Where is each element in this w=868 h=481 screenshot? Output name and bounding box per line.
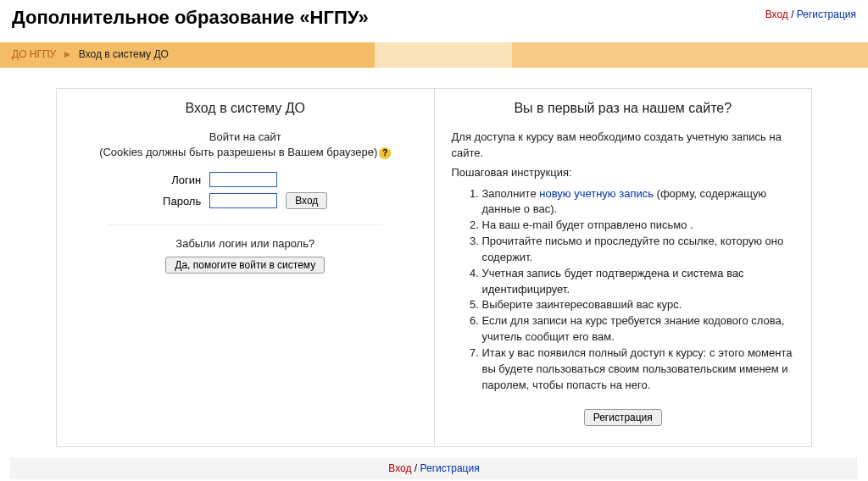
signup-intro-2: Пошаговая инструкция: [452, 165, 795, 181]
site-title: Дополнительное образование «НГПУ» [12, 7, 369, 29]
help-icon[interactable]: ? [379, 147, 391, 159]
list-item: Заполните новую учетную запись (форму, с… [482, 186, 795, 218]
login-panel: Вход в систему ДО Войти на сайт (Cookies… [57, 89, 435, 446]
login-heading: Вход в систему ДО [74, 101, 417, 116]
breadcrumb-current: Вход в систему ДО [79, 48, 169, 60]
login-input[interactable] [209, 172, 277, 187]
list-item: На ваш e-mail будет отправлено письмо . [482, 218, 795, 234]
list-item: Прочитайте письмо и проследуйте по ссылк… [482, 234, 795, 266]
footer-register-link[interactable]: Регистрация [420, 462, 480, 474]
help-login-button[interactable]: Да, помогите войти в систему [165, 257, 325, 274]
signup-steps: Заполните новую учетную запись (форму, с… [482, 186, 795, 394]
top-auth-links: Вход / Регистрация [765, 8, 856, 20]
breadcrumb-root[interactable]: ДО НГПУ [12, 48, 56, 60]
footer-auth-links: Вход / Регистрация [10, 457, 858, 479]
breadcrumb-band: ДО НГПУ ► Вход в систему ДО [0, 42, 868, 68]
top-register-link[interactable]: Регистрация [797, 8, 856, 20]
list-item: Итак у вас появился полный доступ к курс… [482, 346, 795, 394]
login-submit-button[interactable]: Вход [286, 192, 327, 209]
new-account-link[interactable]: новую учетную запись [539, 187, 654, 200]
register-button[interactable]: Регистрация [584, 409, 662, 426]
forgot-text: Забыли логин или пароль? [74, 237, 417, 250]
signup-intro-1: Для доступа к курсу вам необходимо созда… [452, 130, 795, 162]
separator: / [788, 8, 797, 20]
footer-login-link[interactable]: Вход [388, 462, 411, 474]
signup-panel: Вы в первый раз на нашем сайте? Для дост… [435, 89, 812, 446]
separator: / [411, 462, 420, 474]
list-item: Учетная запись будет подтверждена и сист… [482, 266, 795, 298]
password-input[interactable] [209, 193, 277, 208]
login-label: Логин [159, 170, 204, 189]
login-form: Логин Пароль Вход [158, 169, 332, 213]
divider [108, 224, 383, 225]
top-login-link[interactable]: Вход [765, 8, 788, 20]
login-intro: Войти на сайт (Cookies должны быть разре… [74, 130, 417, 160]
breadcrumb: ДО НГПУ ► Вход в систему ДО [12, 48, 169, 60]
list-item: Выберите заинтересовавший вас курс. [482, 297, 795, 313]
password-label: Пароль [159, 191, 204, 211]
breadcrumb-arrow-icon: ► [63, 48, 73, 60]
signup-heading: Вы в первый раз на нашем сайте? [452, 101, 795, 116]
list-item: Если для записи на курс требуется знание… [482, 313, 795, 346]
